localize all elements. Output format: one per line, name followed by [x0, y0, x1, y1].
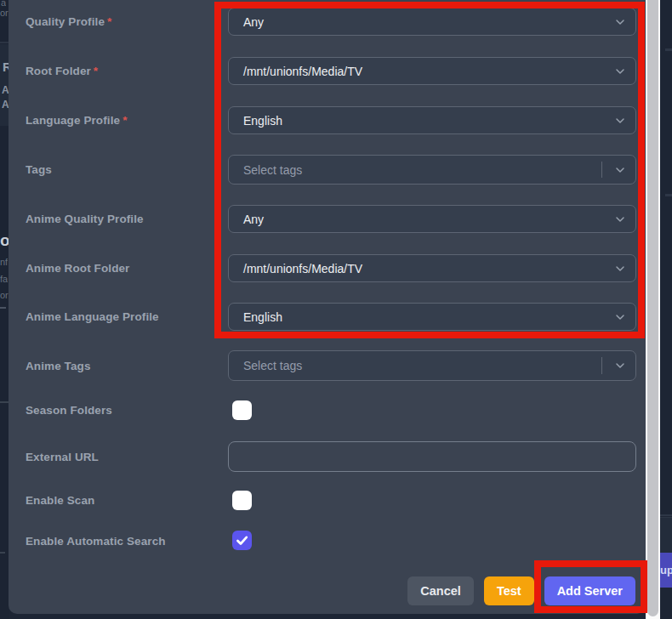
- chevron-down-icon: [613, 262, 627, 275]
- root-folder-select[interactable]: /mnt/unionfs/Media/TV: [228, 57, 636, 85]
- field-label: Enable Automatic Search: [26, 535, 228, 548]
- select-value: Any: [243, 213, 264, 226]
- field-label-text: Language Profile: [26, 114, 120, 127]
- background-divider: [0, 552, 5, 554]
- select-value: English: [243, 310, 282, 324]
- field-label-text: Enable Scan: [26, 494, 94, 507]
- chevron-down-icon: [613, 213, 627, 226]
- scrollbar-track[interactable]: [646, 0, 660, 619]
- modal-footer: Cancel Test Add Server: [407, 576, 635, 605]
- enable-automatic-search-checkbox[interactable]: [232, 531, 252, 550]
- required-asterisk: *: [107, 15, 111, 28]
- select-placeholder: Select tags: [243, 163, 302, 177]
- field-label-text: Anime Language Profile: [26, 310, 159, 323]
- form-row-quality-profile: Quality Profile* Any: [26, 8, 636, 36]
- chevron-down-icon: [613, 163, 627, 177]
- anime-tags-multiselect[interactable]: Select tags: [228, 350, 636, 381]
- form-row-external-url: External URL: [26, 441, 636, 472]
- form-row-root-folder: Root Folder* /mnt/unionfs/Media/TV: [26, 57, 636, 85]
- test-button[interactable]: Test: [484, 576, 534, 605]
- field-label: Language Profile*: [26, 114, 228, 127]
- form-row-enable-automatic-search: Enable Automatic Search: [26, 531, 636, 551]
- select-value: /mnt/unionfs/Media/TV: [243, 65, 362, 78]
- background-text-fragment: a: [1, 0, 6, 8]
- background-divider: [0, 42, 9, 43]
- field-label: Quality Profile*: [26, 15, 228, 28]
- add-server-button[interactable]: Add Server: [544, 576, 635, 605]
- anime-language-profile-select[interactable]: English: [228, 303, 636, 331]
- select-placeholder: Select tags: [243, 359, 302, 372]
- cancel-button[interactable]: Cancel: [407, 576, 474, 605]
- select-divider: [601, 162, 602, 178]
- background-text-fragment: or: [0, 291, 9, 300]
- background-page-left: a or R A A o nf fa or: [0, 0, 9, 619]
- field-label-text: Anime Root Folder: [26, 262, 129, 275]
- field-label: Root Folder*: [26, 65, 228, 77]
- season-folders-checkbox[interactable]: [232, 400, 252, 420]
- field-label-text: Anime Quality Profile: [26, 213, 144, 225]
- background-partial-button: up: [660, 553, 672, 588]
- background-panel: [660, 517, 672, 553]
- form-row-season-folders: Season Folders: [26, 400, 636, 420]
- chevron-down-icon: [613, 310, 627, 324]
- chevron-down-icon: [613, 114, 627, 128]
- select-value: /mnt/unionfs/Media/TV: [243, 262, 362, 275]
- sonarr-server-modal: Quality Profile* Any Root Folder* /mnt/u…: [9, 0, 646, 614]
- field-label-text: Root Folder: [26, 65, 91, 77]
- chevron-down-icon: [613, 359, 627, 372]
- enable-scan-checkbox[interactable]: [232, 491, 252, 510]
- background-divider: [0, 307, 6, 309]
- background-partial-button-label: up: [660, 564, 672, 576]
- field-label-text: Quality Profile: [26, 15, 105, 28]
- form-row-tags: Tags Select tags: [26, 155, 636, 185]
- form-row-anime-root-folder: Anime Root Folder /mnt/unionfs/Media/TV: [26, 254, 636, 282]
- tags-multiselect[interactable]: Select tags: [228, 155, 636, 185]
- form-row-anime-quality-profile: Anime Quality Profile Any: [26, 205, 636, 233]
- background-divider: [660, 514, 672, 516]
- field-label-text: Tags: [26, 163, 52, 176]
- field-label: Season Folders: [26, 404, 228, 417]
- select-divider: [601, 357, 602, 374]
- field-label-text: External URL: [26, 451, 99, 463]
- required-asterisk: *: [122, 114, 127, 127]
- field-label: Anime Root Folder: [26, 262, 228, 275]
- anime-quality-profile-select[interactable]: Any: [228, 205, 636, 233]
- form-row-anime-tags: Anime Tags Select tags: [26, 350, 636, 381]
- background-divider: [0, 401, 9, 403]
- background-divider: [665, 194, 672, 196]
- chevron-down-icon: [613, 15, 627, 29]
- checkmark-icon: [235, 533, 249, 548]
- field-label: External URL: [26, 451, 228, 463]
- field-label-text: Anime Tags: [26, 360, 91, 372]
- quality-profile-select[interactable]: Any: [228, 8, 636, 36]
- field-label-text: Season Folders: [26, 404, 112, 417]
- field-label-text: Enable Automatic Search: [26, 535, 166, 548]
- select-value: Any: [243, 15, 264, 29]
- background-divider: [665, 48, 672, 51]
- field-label: Tags: [26, 163, 228, 176]
- select-value: English: [243, 114, 282, 128]
- form-row-enable-scan: Enable Scan: [26, 491, 636, 510]
- background-text-fragment: nf: [0, 258, 8, 267]
- field-label: Anime Language Profile: [26, 310, 228, 323]
- external-url-input[interactable]: [228, 441, 636, 472]
- field-label: Anime Tags: [26, 360, 228, 372]
- form-row-anime-language-profile: Anime Language Profile English: [26, 303, 636, 331]
- field-label: Enable Scan: [26, 494, 228, 507]
- form-row-language-profile: Language Profile* English: [26, 106, 636, 134]
- field-label: Anime Quality Profile: [26, 213, 228, 225]
- scrollbar-thumb[interactable]: [647, 0, 658, 616]
- background-page-right: up: [660, 0, 672, 619]
- background-text-fragment: or: [0, 9, 9, 18]
- background-text-fragment: fa: [0, 275, 8, 284]
- anime-root-folder-select[interactable]: /mnt/unionfs/Media/TV: [228, 254, 636, 282]
- chevron-down-icon: [613, 65, 627, 78]
- required-asterisk: *: [94, 65, 98, 77]
- language-profile-select[interactable]: English: [228, 106, 636, 134]
